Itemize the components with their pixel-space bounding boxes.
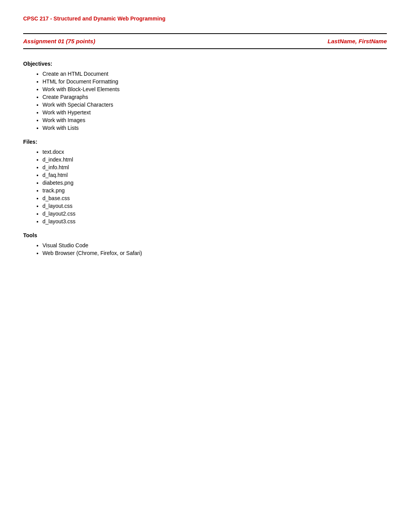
page-header: CPSC 217 - Structured and Dynamic Web Pr… bbox=[23, 15, 387, 22]
list-item: Work with Lists bbox=[42, 125, 387, 131]
list-item: d_info.html bbox=[42, 164, 387, 170]
list-item: d_layout.css bbox=[42, 203, 387, 209]
tools-section: Tools Visual Studio CodeWeb Browser (Chr… bbox=[23, 232, 387, 256]
objectives-heading: Objectives: bbox=[23, 61, 387, 67]
list-item: Work with Hypertext bbox=[42, 109, 387, 116]
list-item: track.png bbox=[42, 187, 387, 194]
objectives-list: Create an HTML DocumentHTML for Document… bbox=[23, 71, 387, 131]
list-item: d_layout2.css bbox=[42, 211, 387, 217]
list-item: Create Paragraphs bbox=[42, 94, 387, 100]
list-item: Web Browser (Chrome, Firefox, or Safari) bbox=[42, 250, 387, 256]
files-heading: Files: bbox=[23, 139, 387, 145]
list-item: text.docx bbox=[42, 149, 387, 155]
list-item: d_index.html bbox=[42, 156, 387, 163]
list-item: Work with Block-Level Elements bbox=[42, 86, 387, 92]
tools-list: Visual Studio CodeWeb Browser (Chrome, F… bbox=[23, 242, 387, 256]
objectives-section: Objectives: Create an HTML DocumentHTML … bbox=[23, 61, 387, 131]
list-item: HTML for Document Formatting bbox=[42, 78, 387, 85]
list-item: Create an HTML Document bbox=[42, 71, 387, 77]
list-item: Visual Studio Code bbox=[42, 242, 387, 248]
tools-heading: Tools bbox=[23, 232, 387, 238]
list-item: d_faq.html bbox=[42, 172, 387, 178]
files-section: Files: text.docxd_index.htmld_info.htmld… bbox=[23, 139, 387, 224]
course-title: CPSC 217 - Structured and Dynamic Web Pr… bbox=[23, 15, 387, 22]
list-item: Work with Images bbox=[42, 117, 387, 123]
student-name: LastName, FirstName bbox=[328, 38, 387, 44]
assignment-row: Assignment 01 (75 points) LastName, Firs… bbox=[23, 33, 387, 49]
list-item: Work with Special Characters bbox=[42, 102, 387, 108]
list-item: d_base.css bbox=[42, 195, 387, 201]
assignment-title: Assignment 01 (75 points) bbox=[23, 38, 95, 44]
list-item: diabetes.png bbox=[42, 180, 387, 186]
list-item: d_layout3.css bbox=[42, 218, 387, 224]
files-list: text.docxd_index.htmld_info.htmld_faq.ht… bbox=[23, 149, 387, 224]
